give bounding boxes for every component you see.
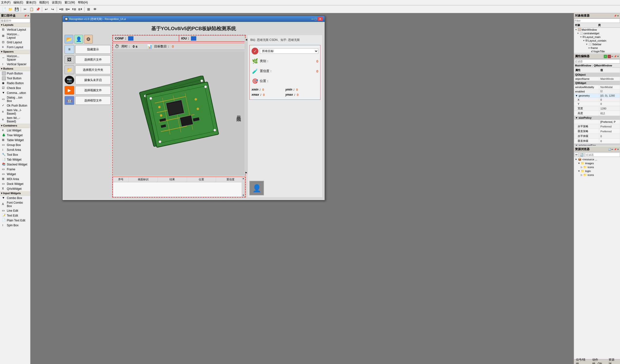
table-scroll-up[interactable]: ▲ <box>242 177 245 180</box>
toolbar-redo[interactable]: ↪ <box>50 6 56 12</box>
widget-item-tree-widget[interactable]: 🌲Tree Widget <box>0 133 30 138</box>
category-layouts[interactable]: ▾ Layouts <box>0 23 30 27</box>
widget-item[interactable]: ↔Horizon... Spacer <box>0 54 30 62</box>
icon-btn-3[interactable]: ⚙ <box>84 35 93 44</box>
prop-vertical-stretch[interactable]: 垂直伸展0 <box>574 139 620 144</box>
widget-item-text-edit[interactable]: 📝Text Edit <box>0 213 30 218</box>
prop-sizepolicy-val[interactable]: [Preferred, P <box>574 120 620 124</box>
tree-row-logintitle[interactable]: 🏷 loginTitle <box>574 50 620 53</box>
property-pin[interactable]: 📌 <box>614 55 617 58</box>
widget-item-font-combo-box[interactable]: AFont Combo Box <box>0 201 30 208</box>
widget-item-item-widget[interactable]: ≡Item Wi...-Based) <box>0 116 30 124</box>
widget-item-stacked-widget[interactable]: 📚Stacked Widget <box>0 162 30 167</box>
resource-icons-1[interactable]: ▷ 📁 icons <box>574 165 620 169</box>
widget-item-scroll-area[interactable]: ↕Scroll Area <box>0 147 30 152</box>
prop-y[interactable]: Y0 <box>574 102 620 106</box>
widget-item[interactable]: ⊡Grid Layout <box>0 40 30 45</box>
widget-item-qax[interactable]: XQAxWidget <box>0 186 30 191</box>
tree-row-mainwindow[interactable]: ▼ 🪟 MainWindow <box>574 28 620 31</box>
tree-row-frame[interactable]: ▭ frame <box>574 46 620 50</box>
menu-edit[interactable]: 编辑(E) <box>13 0 23 5</box>
tree-row-sidebar[interactable]: ▼ ⬜ Sidebar <box>574 42 620 46</box>
select-video-btn[interactable]: 选择视频文件 <box>75 86 111 95</box>
inspector-close[interactable]: ✕ <box>617 15 619 17</box>
widget-item-item-view[interactable]: ≡Item Vie...l-Based) <box>0 108 30 116</box>
resource-pin[interactable]: 📌 <box>614 148 617 151</box>
menu-view[interactable]: 视图(V) <box>39 0 49 5</box>
toolbar-cut[interactable]: ✂ <box>22 6 28 12</box>
toolbar-align-l[interactable]: ⬅▥ <box>58 6 64 12</box>
all-targets-dropdown[interactable]: 所有目标 <box>260 48 318 54</box>
category-input-widgets[interactable]: ▾ Input Widgets <box>0 191 30 196</box>
object-inspector-filter[interactable] <box>574 18 620 23</box>
widget-item-table-widget[interactable]: ⊞Table Widget <box>0 138 30 143</box>
category-containers[interactable]: ▾ Containers <box>0 124 30 128</box>
property-close[interactable]: ✕ <box>617 55 619 58</box>
prop-windowmodality[interactable]: windowModalityNonModal <box>574 85 620 89</box>
property-edit-btn[interactable]: ✏ <box>611 55 613 58</box>
menu-form[interactable]: 窗体(O) <box>26 0 36 5</box>
resource-close[interactable]: ✕ <box>617 148 619 151</box>
widget-item-line-edit[interactable]: ▭Line Edit <box>0 208 30 213</box>
widget-item-tool-box[interactable]: 🔧Tool Box <box>0 152 30 157</box>
select-image-btn[interactable]: 选择图片文件 <box>75 55 111 64</box>
property-remove-btn[interactable]: - <box>608 55 611 58</box>
window-maximize-btn[interactable]: □ <box>315 17 317 21</box>
prop-enabled[interactable]: enabled☑ <box>574 89 620 94</box>
category-spacers[interactable]: ▾ Spacers <box>0 50 30 54</box>
right-scroll-down[interactable]: ▶ <box>245 171 248 174</box>
property-add-btn[interactable]: + <box>604 55 607 58</box>
toolbar-undo[interactable]: ↩ <box>43 6 49 12</box>
widget-item-commabutton[interactable]: ▼Comma...utton <box>0 90 30 95</box>
widget-item-widget[interactable]: ▭Widget <box>0 172 30 177</box>
resource-icons-2[interactable]: ▷ 📁 icons <box>574 173 620 177</box>
prop-objectname[interactable]: objectNameMainWindo <box>574 77 620 81</box>
widget-item-radio-button[interactable]: ◉Radio Button <box>0 81 30 86</box>
toolbar-align-b[interactable]: ▥⬇ <box>77 6 83 12</box>
property-filter-input[interactable] <box>574 59 620 63</box>
widget-item-tool-button[interactable]: Tool Button <box>0 76 30 81</box>
widget-item-mdi-area[interactable]: ⊞MDI Area <box>0 177 30 182</box>
prop-height[interactable]: 高度812 <box>574 111 620 116</box>
resource-images[interactable]: ▼ 📁 images <box>574 161 620 165</box>
widget-item-push-button[interactable]: Push Button <box>0 71 30 76</box>
toolbar-open[interactable]: 📁 <box>7 6 13 12</box>
widget-item-tab-widget[interactable]: 📑Tab Widget <box>0 157 30 162</box>
widget-item[interactable]: ↕Vertical Spacer <box>0 62 30 67</box>
widget-item[interactable]: ⊞Horizon... Layout <box>0 32 30 40</box>
prop-width[interactable]: 宽度1280 <box>574 106 620 111</box>
widget-item-spin-box[interactable]: ↕Spin Box <box>0 223 30 228</box>
right-scroll-up[interactable]: ◀ <box>245 38 248 41</box>
tree-row-centralwidget[interactable]: ▼ ⬜ centralwidget <box>574 31 620 35</box>
widget-item-combo-box[interactable]: ▼Combo Box <box>0 196 30 201</box>
select-folder-btn[interactable]: 选择图片文件夹 <box>75 65 111 74</box>
widget-item[interactable]: ≡Form Layout <box>0 45 30 50</box>
widget-box-close[interactable]: ✕ <box>27 14 29 17</box>
widget-item-list-widget[interactable]: ≡List Widget <box>0 128 30 133</box>
resource-filter-input[interactable] <box>585 153 620 157</box>
resource-edit-btn[interactable]: ✏ <box>611 148 613 151</box>
widget-search-input[interactable] <box>0 18 30 23</box>
prop-horizontal-policy[interactable]: 水平策略Preferred <box>574 124 620 129</box>
menu-file[interactable]: 文件(F) <box>1 0 11 5</box>
table-scroll-down[interactable]: ▼ <box>242 194 245 197</box>
widget-item-check-box[interactable]: ☑Check Box <box>0 86 30 90</box>
toolbar-save[interactable]: 💾 <box>14 6 19 12</box>
tree-row-layout-contain[interactable]: ▼ ⊟ Layout_contain <box>574 39 620 42</box>
menu-window[interactable]: 窗口(W) <box>64 0 75 5</box>
hide-show-btn[interactable]: 隐藏显示 <box>75 45 111 54</box>
status-signal[interactable]: 信号/情 编... <box>576 358 589 364</box>
toolbar-align-t[interactable]: ⬆▥ <box>71 6 77 12</box>
widget-item-frame[interactable]: ▭Frame <box>0 167 30 172</box>
window-close-btn[interactable]: ✕ <box>318 17 323 21</box>
prop-geometry[interactable]: ▼ geometry[(0, 0), 1280 <box>574 94 620 98</box>
menu-help[interactable]: 帮助(H) <box>78 0 88 5</box>
status-action[interactable]: 动作编...ON <box>592 358 606 364</box>
tree-row-layout-main[interactable]: ▼ ⊟ Layout_main <box>574 35 620 39</box>
prop-x[interactable]: X0 <box>574 98 620 102</box>
widget-item-dock-widget[interactable]: ▭Dock Widget <box>0 182 30 186</box>
resource-pencil-btn[interactable]: ✏ <box>574 153 579 157</box>
prop-vertical-policy[interactable]: 垂直策略Preferred <box>574 129 620 134</box>
resource-root[interactable]: ▼ 📦 <resource ... <box>574 158 620 161</box>
toolbar-copy[interactable]: 📋 <box>29 6 34 12</box>
